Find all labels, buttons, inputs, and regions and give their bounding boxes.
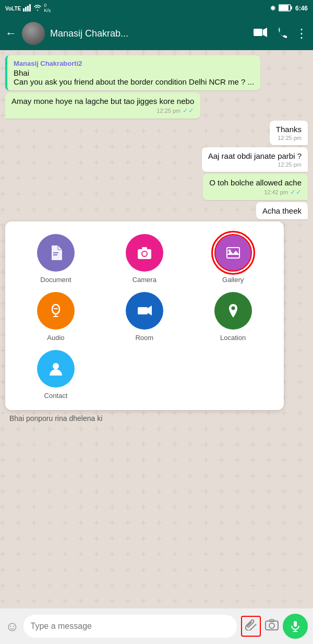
message-sent-2: Aaj raat obdi janate parbi ? 12:25 pm xyxy=(202,147,308,172)
contact-label: Contact xyxy=(44,392,68,400)
message-received: Amay mone hoye na lagche but tao jigges … xyxy=(5,92,200,119)
gallery-label: Gallery xyxy=(222,276,244,284)
sender-name: Manasij Chakraborti2 xyxy=(14,60,254,67)
message-ticks: ✓✓ xyxy=(183,107,194,114)
document-label: Document xyxy=(40,276,71,284)
volte-label: VoLTE xyxy=(5,6,21,11)
gallery-circle xyxy=(214,234,252,272)
data-speed: 0K/s xyxy=(44,3,51,14)
message-footer: 12:25 pm ✓✓ xyxy=(11,107,194,114)
attach-gallery[interactable]: Gallery xyxy=(214,234,252,284)
attach-room[interactable]: Room xyxy=(126,292,163,342)
camera-circle xyxy=(126,234,163,272)
message-time: 12:25 pm xyxy=(278,135,302,141)
message-text: Aaj raat obdi janate parbi ? xyxy=(208,151,302,160)
cutoff-message: Bhai ponporu rina dhelena ki xyxy=(5,412,106,425)
time-display: 6:46 xyxy=(295,5,308,12)
svg-point-20 xyxy=(231,307,235,310)
message-footer: 12:25 pm xyxy=(208,161,302,168)
message-footer: 12:42 pm ✓✓ xyxy=(209,188,302,196)
message-text: BhaiCan you ask you friend about the bor… xyxy=(14,68,254,86)
room-circle xyxy=(126,292,163,330)
contact-circle xyxy=(37,350,75,388)
attachment-grid: Document Camera Gallery xyxy=(14,234,275,400)
svg-rect-3 xyxy=(29,4,31,11)
svg-point-23 xyxy=(269,623,274,628)
battery-icon xyxy=(279,4,292,13)
svg-rect-2 xyxy=(27,6,29,11)
header-icons: ⋮ xyxy=(254,26,308,41)
svg-rect-1 xyxy=(25,7,27,11)
emoji-button[interactable]: ☺ xyxy=(5,618,19,635)
message-footer: 12:25 pm xyxy=(276,135,302,141)
chat-header: ← Manasij Chakrab... ⋮ xyxy=(0,17,313,50)
avatar[interactable] xyxy=(22,22,45,45)
room-label: Room xyxy=(135,334,153,342)
svg-rect-6 xyxy=(291,6,292,9)
attach-document[interactable]: Document xyxy=(37,234,75,284)
svg-rect-25 xyxy=(294,621,297,627)
location-circle xyxy=(214,292,252,330)
attachment-panel: Document Camera Gallery xyxy=(5,221,284,410)
message-time: 12:25 pm xyxy=(156,108,180,114)
svg-point-21 xyxy=(53,363,59,369)
chat-area: Manasij Chakraborti2 BhaiCan you ask you… xyxy=(0,50,313,608)
svg-rect-7 xyxy=(254,29,262,36)
message-input[interactable] xyxy=(23,615,237,638)
camera-input-button[interactable] xyxy=(265,619,279,634)
contact-name[interactable]: Manasij Chakrab... xyxy=(50,28,248,39)
attach-contact[interactable]: Contact xyxy=(37,350,75,400)
attach-audio[interactable]: Audio xyxy=(37,292,75,342)
message-sent: Thanks 12:25 pm xyxy=(270,121,308,145)
svg-rect-0 xyxy=(23,8,25,11)
status-right: ✱ 6:46 xyxy=(270,4,308,13)
bluetooth-icon: ✱ xyxy=(270,5,275,12)
svg-marker-19 xyxy=(148,306,152,315)
more-options-icon[interactable]: ⋮ xyxy=(295,26,308,41)
attach-location[interactable]: Location xyxy=(214,292,252,342)
voice-call-icon[interactable] xyxy=(275,27,287,41)
message-text: Amay mone hoye na lagche but tao jigges … xyxy=(11,97,194,106)
message-time: 12:42 pm xyxy=(264,189,288,195)
message-received-named: Manasij Chakraborti2 BhaiCan you ask you… xyxy=(5,55,260,90)
video-call-icon[interactable] xyxy=(254,28,267,40)
message-sent-3: Acha theek xyxy=(256,202,308,219)
svg-rect-14 xyxy=(142,247,147,250)
status-bar: VoLTE 0K/s ✱ 6:46 xyxy=(0,0,313,17)
message-received-2: O toh bolche allowed ache 12:42 pm ✓✓ xyxy=(203,174,308,200)
attach-camera[interactable]: Camera xyxy=(126,234,163,284)
svg-rect-18 xyxy=(138,307,148,314)
status-left: VoLTE 0K/s xyxy=(5,3,51,14)
document-circle xyxy=(37,234,75,272)
audio-label: Audio xyxy=(47,334,64,342)
signal-icon xyxy=(23,4,31,13)
back-button[interactable]: ← xyxy=(5,27,17,40)
camera-label: Camera xyxy=(133,276,156,284)
message-text: Acha theek xyxy=(262,206,302,215)
svg-point-17 xyxy=(228,250,231,252)
attach-button[interactable] xyxy=(241,616,261,637)
message-ticks: ✓✓ xyxy=(290,188,302,196)
bottom-bar: ☺ xyxy=(0,608,313,644)
mic-button[interactable] xyxy=(283,614,308,639)
message-text: O toh bolche allowed ache xyxy=(209,178,302,187)
svg-rect-10 xyxy=(53,254,57,255)
svg-point-13 xyxy=(142,252,147,256)
svg-rect-9 xyxy=(53,252,58,253)
audio-circle xyxy=(37,292,75,330)
svg-rect-5 xyxy=(279,5,288,10)
message-text: Thanks xyxy=(276,125,302,134)
location-label: Location xyxy=(220,334,246,342)
svg-marker-8 xyxy=(263,28,267,37)
message-time: 12:25 pm xyxy=(278,161,302,168)
wifi-icon xyxy=(33,5,42,12)
